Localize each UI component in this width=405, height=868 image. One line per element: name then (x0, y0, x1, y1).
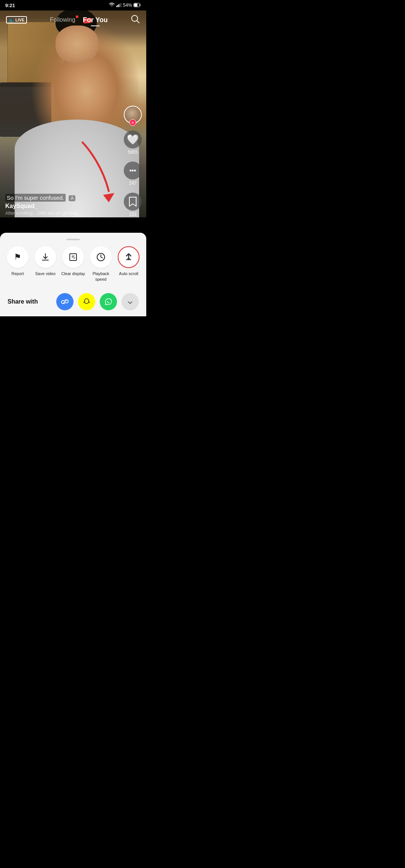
bottom-sheet: ⚑ Report Save video Clear display (0, 233, 146, 316)
status-time: 9:21 (5, 3, 15, 8)
share-section: Share with (0, 289, 146, 316)
status-bar: 9:21 54% (0, 0, 146, 10)
svg-rect-6 (134, 3, 138, 6)
svg-point-10 (134, 170, 136, 172)
save-video-action[interactable]: Save video (32, 246, 58, 276)
signal-icon (116, 3, 122, 8)
creator-avatar[interactable]: + (124, 106, 142, 124)
clear-display-icon (69, 253, 78, 262)
live-badge[interactable]: 📺 LIVE (6, 16, 27, 24)
wifi-icon (109, 3, 115, 8)
save-icon (41, 253, 50, 262)
live-tv-icon: 📺 (9, 17, 14, 22)
report-label: Report (11, 271, 24, 276)
share-icons (56, 293, 139, 310)
auto-scroll-icon (124, 252, 134, 262)
actions-row: ⚑ Report Save video Clear display (0, 246, 146, 282)
share-link-button[interactable] (56, 293, 74, 310)
share-snapchat-button[interactable] (78, 293, 95, 310)
sheet-handle (66, 239, 80, 240)
share-label: Share with (8, 298, 50, 305)
playback-speed-label: Playback speed (88, 271, 114, 282)
for-you-tab[interactable]: For You (83, 16, 108, 24)
search-button[interactable] (130, 14, 140, 25)
report-action[interactable]: ⚑ Report (4, 246, 31, 276)
like-count: 5955 (128, 150, 138, 155)
notification-dot (76, 15, 78, 18)
svg-point-8 (130, 170, 132, 172)
scroll-caption: After scrolling... DMs like oh girl they… (5, 211, 116, 216)
bookmark-count: 153 (129, 212, 136, 217)
save-video-label: Save video (35, 271, 56, 276)
svg-rect-3 (120, 3, 120, 7)
like-button[interactable]: 🤍 5955 (124, 130, 142, 155)
clear-display-action[interactable]: Clear display (60, 246, 86, 276)
auto-scroll-label: Auto scroll (119, 271, 138, 276)
report-icon: ⚑ (14, 252, 21, 262)
annotation-arrow (71, 139, 116, 208)
battery-icon (134, 3, 141, 8)
bookmark-button[interactable]: 153 (124, 193, 142, 217)
caption-text: So I'm super confused. (5, 194, 66, 202)
battery-text: 54% (123, 3, 132, 8)
svg-rect-2 (118, 4, 119, 7)
nav-tabs: Following For You (50, 16, 108, 24)
comment-count: 247 (129, 181, 136, 186)
svg-rect-4 (121, 3, 122, 7)
svg-rect-1 (117, 5, 118, 7)
right-actions: + 🤍 5955 247 153 (124, 106, 142, 217)
clear-display-label: Clear display (61, 271, 85, 276)
comment-button[interactable]: 247 (124, 162, 142, 186)
svg-rect-12 (42, 260, 49, 260)
auto-scroll-action[interactable]: Auto scroll (116, 246, 142, 276)
share-more-button[interactable] (122, 293, 139, 310)
active-tab-indicator (91, 25, 100, 26)
live-text: LIVE (15, 18, 24, 22)
svg-rect-0 (116, 6, 117, 7)
playback-speed-action[interactable]: Playback speed (88, 246, 114, 282)
share-whatsapp-button[interactable] (100, 293, 117, 310)
follow-plus-button[interactable]: + (129, 119, 136, 126)
nav-header: 📺 LIVE Following For You (0, 10, 146, 29)
status-icons: 54% (109, 3, 141, 8)
playback-speed-icon (96, 252, 106, 262)
following-tab[interactable]: Following (50, 16, 75, 23)
svg-point-9 (132, 170, 134, 172)
svg-marker-11 (103, 193, 114, 202)
